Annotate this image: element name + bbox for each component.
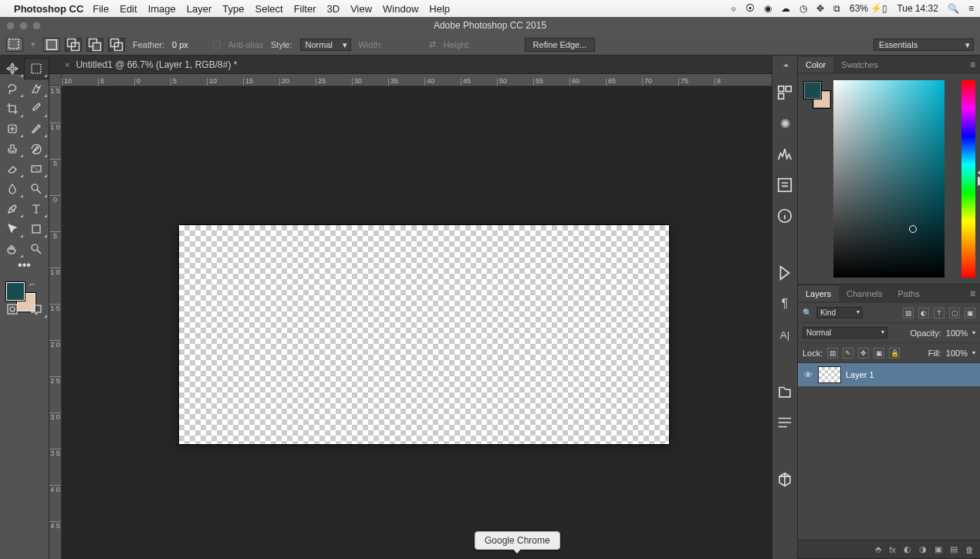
lock-trans-icon[interactable]: ▨ bbox=[827, 348, 838, 359]
menubar-move-icon[interactable]: ✥ bbox=[816, 3, 824, 14]
collapse-dock-icon[interactable]: ◂◂ bbox=[783, 62, 786, 69]
sel-intersect-icon[interactable] bbox=[108, 38, 125, 52]
info-panel-icon[interactable] bbox=[776, 207, 793, 224]
brush-tool-icon[interactable] bbox=[25, 119, 49, 139]
sel-subtract-icon[interactable] bbox=[86, 38, 103, 52]
tool-more-icon[interactable]: ••• bbox=[0, 259, 49, 271]
histogram-panel-icon[interactable] bbox=[776, 146, 793, 163]
ruler-origin[interactable] bbox=[49, 74, 62, 86]
menubar-wifi-icon[interactable]: ⧉ bbox=[833, 3, 840, 14]
lock-pixels-icon[interactable]: ✎ bbox=[843, 348, 853, 359]
layer-visibility-icon[interactable]: 👁 bbox=[803, 370, 813, 379]
filter-adjust-icon[interactable]: ◐ bbox=[918, 308, 929, 318]
quick-select-tool-icon[interactable] bbox=[25, 79, 49, 99]
hue-slider[interactable] bbox=[961, 80, 975, 278]
filter-type-icon[interactable]: T bbox=[934, 308, 945, 318]
foreground-color[interactable] bbox=[6, 282, 25, 301]
stamp-tool-icon[interactable] bbox=[0, 139, 25, 159]
menubar-list-icon[interactable]: ≡ bbox=[968, 3, 974, 14]
crop-tool-icon[interactable] bbox=[0, 99, 25, 119]
history-brush-tool-icon[interactable] bbox=[25, 139, 49, 159]
properties-panel-icon[interactable] bbox=[776, 177, 793, 194]
marquee-tool-icon[interactable] bbox=[25, 59, 49, 79]
trash-icon[interactable]: 🗑 bbox=[965, 545, 974, 554]
menubar-status-icon[interactable]: ⟐ bbox=[731, 3, 736, 14]
filter-smart-icon[interactable]: ▣ bbox=[965, 308, 975, 318]
tab-color[interactable]: Color bbox=[798, 57, 833, 72]
dodge-tool-icon[interactable] bbox=[25, 179, 49, 199]
document-tab[interactable]: × Untitled1 @ 66.7% (Layer 1, RGB/8#) * bbox=[57, 58, 245, 72]
menu-window[interactable]: Window bbox=[383, 3, 418, 15]
menu-filter[interactable]: Filter bbox=[294, 3, 316, 15]
new-layer-icon[interactable]: ▤ bbox=[950, 544, 958, 554]
feather-value[interactable]: 0 px bbox=[172, 40, 188, 49]
move-tool-icon[interactable] bbox=[0, 59, 25, 79]
menu-type[interactable]: Type bbox=[222, 3, 244, 15]
tab-layers[interactable]: Layers bbox=[798, 286, 839, 301]
menu-layer[interactable]: Layer bbox=[187, 3, 212, 15]
libraries-panel-icon[interactable] bbox=[776, 383, 793, 400]
close-tab-icon[interactable]: × bbox=[65, 60, 69, 69]
canvas[interactable] bbox=[179, 225, 669, 444]
sel-new-icon[interactable] bbox=[43, 38, 60, 52]
menu-view[interactable]: View bbox=[350, 3, 372, 15]
menu-file[interactable]: File bbox=[93, 3, 109, 15]
style-select[interactable]: Normal bbox=[300, 39, 351, 51]
ruler-horizontal[interactable]: 1050510152025303540455055606570758 bbox=[62, 74, 772, 86]
canvas-area[interactable]: 1050510152025303540455055606570758 1 51 … bbox=[49, 74, 772, 559]
tool-preset-icon[interactable] bbox=[6, 38, 23, 52]
layer-name[interactable]: Layer 1 bbox=[846, 370, 874, 379]
refine-edge-button[interactable]: Refine Edge... bbox=[525, 38, 596, 52]
layer-list[interactable]: 👁 Layer 1 bbox=[798, 363, 980, 540]
type-tool-icon[interactable] bbox=[25, 199, 49, 219]
traffic-minimize[interactable] bbox=[19, 22, 28, 30]
lasso-tool-icon[interactable] bbox=[0, 79, 25, 99]
paragraph-panel-icon[interactable]: ¶ bbox=[776, 295, 793, 312]
ruler-vertical[interactable]: 1 51 05051 01 52 02 53 03 54 04 5 bbox=[49, 86, 62, 559]
screenmode-icon[interactable] bbox=[25, 299, 49, 319]
fill-value[interactable]: 100% bbox=[946, 349, 968, 358]
app-menu[interactable]: Photoshop CC bbox=[14, 3, 83, 15]
menu-help[interactable]: Help bbox=[429, 3, 450, 15]
tab-paths[interactable]: Paths bbox=[890, 286, 928, 301]
eyedropper-tool-icon[interactable] bbox=[25, 99, 49, 119]
healing-tool-icon[interactable] bbox=[0, 119, 25, 139]
mask-icon[interactable]: ◐ bbox=[904, 544, 911, 554]
layer-thumbnail[interactable] bbox=[818, 366, 841, 383]
menubar-clock-icon[interactable]: ◷ bbox=[799, 3, 807, 14]
layers-panel-menu-icon[interactable]: ≡ bbox=[970, 288, 975, 299]
menu-3d[interactable]: 3D bbox=[327, 3, 340, 15]
character-panel-icon[interactable]: A| bbox=[776, 326, 793, 343]
workspace-select[interactable]: Essentials bbox=[874, 39, 974, 51]
menubar-clock[interactable]: Tue 14:32 bbox=[897, 3, 938, 14]
shape-tool-icon[interactable] bbox=[25, 219, 49, 239]
blur-tool-icon[interactable] bbox=[0, 179, 25, 199]
pen-tool-icon[interactable] bbox=[0, 199, 25, 219]
filter-shape-icon[interactable]: ▢ bbox=[949, 308, 960, 318]
menu-select[interactable]: Select bbox=[255, 3, 282, 15]
fx-icon[interactable]: fx bbox=[889, 545, 896, 554]
layer-item[interactable]: 👁 Layer 1 bbox=[798, 363, 980, 386]
tab-swatches[interactable]: Swatches bbox=[833, 57, 886, 72]
3d-panel-icon[interactable] bbox=[776, 471, 793, 488]
menubar-cc-icon[interactable]: ◉ bbox=[764, 3, 772, 14]
menubar-spotlight-icon[interactable]: 🔍 bbox=[948, 3, 959, 14]
color-panel-fg[interactable] bbox=[804, 82, 821, 99]
sel-add-icon[interactable] bbox=[65, 38, 82, 52]
traffic-zoom[interactable] bbox=[32, 22, 41, 30]
lock-nest-icon[interactable]: ▣ bbox=[874, 348, 884, 359]
styles-panel-icon[interactable] bbox=[776, 414, 793, 431]
actions-panel-icon[interactable] bbox=[776, 264, 793, 281]
menubar-cloud-icon[interactable]: ☁ bbox=[781, 3, 790, 14]
gradient-tool-icon[interactable] bbox=[25, 159, 49, 179]
adjustments-panel-icon[interactable]: ✺ bbox=[776, 115, 793, 132]
menubar-battery[interactable]: 63% ⚡▯ bbox=[850, 3, 887, 14]
adjustment-icon[interactable]: ◑ bbox=[919, 544, 927, 554]
eraser-tool-icon[interactable] bbox=[0, 159, 25, 179]
blend-mode-select[interactable]: Normal bbox=[803, 327, 887, 338]
layer-filter-select[interactable]: Kind bbox=[816, 307, 863, 318]
color-panel-menu-icon[interactable]: ≡ bbox=[970, 59, 975, 70]
link-layers-icon[interactable]: ⬘ bbox=[875, 544, 881, 554]
traffic-close[interactable] bbox=[6, 22, 15, 30]
zoom-tool-icon[interactable] bbox=[25, 239, 49, 259]
